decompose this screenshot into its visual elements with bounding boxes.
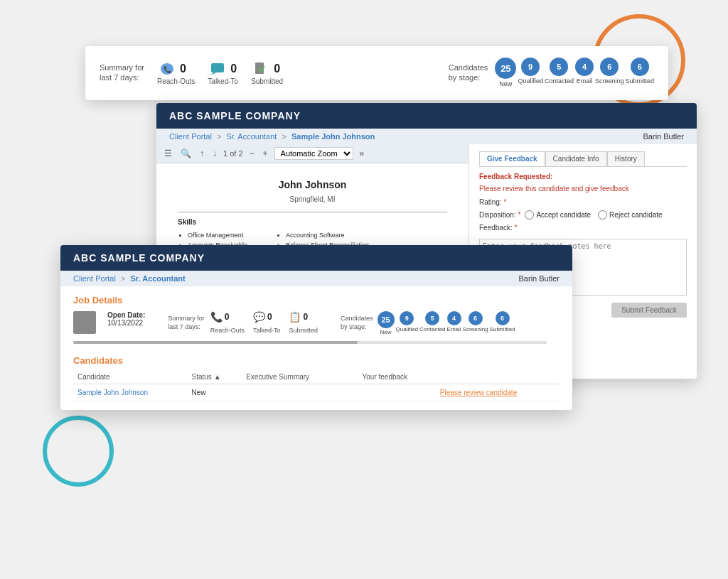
- user-name-front: Barin Butler: [519, 274, 560, 283]
- stat-talked-to: 0 Talked-To: [208, 60, 238, 85]
- zoom-minus-btn[interactable]: −: [247, 148, 257, 159]
- submit-feedback-button[interactable]: Submit Feedback: [611, 303, 687, 318]
- mini-bubble-qualified: 9: [400, 311, 414, 325]
- breadcrumb-front-sr-accountant[interactable]: Sr. Accountant: [130, 274, 185, 283]
- candidate-summary-cell: [242, 384, 346, 401]
- feedback-tabs: Give Feedback Candidate Info History: [479, 151, 687, 167]
- user-name-mid: Barin Butler: [643, 132, 684, 141]
- candidates-section: Candidates Candidate Status ▲ Executive …: [60, 350, 572, 410]
- mini-stat-reach-outs: 📞 0 Reach-Outs: [210, 311, 245, 335]
- tab-history[interactable]: History: [607, 151, 645, 166]
- col-candidate: Candidate: [73, 370, 188, 384]
- col-your-feedback: Your feedback: [358, 370, 436, 384]
- tab-candidate-info[interactable]: Candidate Info: [545, 151, 607, 166]
- mini-bubble-contacted: 5: [425, 311, 439, 325]
- review-link-cell[interactable]: Please review candidate: [436, 384, 560, 401]
- svg-rect-2: [211, 63, 224, 72]
- zoom-plus-btn[interactable]: +: [261, 148, 270, 159]
- bubble-contacted: 5: [550, 58, 568, 76]
- summary-card: Summary for last 7 days: 📞 0 Reach-Outs: [85, 46, 668, 100]
- breadcrumb-current: Sample John Johnson: [291, 132, 375, 141]
- stat-submitted: 0 Submitted: [251, 60, 283, 85]
- mini-stage-bubbles: 25 New 9 Qualified 5 Contacted 4 Email: [378, 311, 515, 335]
- stage-bubbles: 25 New 9 Qualified 5 Contacted 4 Email 6: [495, 58, 654, 87]
- col-executive-summary: Executive Summary: [242, 370, 346, 384]
- accept-candidate-label[interactable]: Accept candidate: [525, 210, 591, 220]
- rating-label: Rating: *: [479, 198, 506, 206]
- stage-screening: 6 Screening: [595, 58, 624, 85]
- candidates-table-body: Sample John Johnson New Please review ca…: [73, 384, 560, 401]
- company-header-mid: ABC SAMPLE COMPANY: [156, 103, 697, 129]
- disposition-label: Disposition: *: [479, 211, 520, 219]
- scrollbar-thumb: [73, 341, 358, 344]
- job-details-card: ABC SAMPLE COMPANY Client Portal > Sr. A…: [60, 245, 572, 410]
- stage-email: 4 Email: [575, 58, 594, 85]
- mini-stage-area: Candidatesby stage: 25 New 9 Qualified 5…: [341, 311, 515, 335]
- feedback-requested-desc: Please review this candidate and give fe…: [479, 185, 687, 193]
- stat-reach-outs: 📞 0 Reach-Outs: [157, 60, 195, 85]
- bubble-qualified: 9: [521, 58, 540, 76]
- resume-skills-title: Skills: [178, 217, 447, 227]
- disposition-row: Disposition: * Accept candidate Reject c…: [479, 210, 687, 220]
- scroll-up-btn[interactable]: ↑: [198, 148, 206, 159]
- rating-row: Rating: *: [479, 198, 687, 206]
- summary-bar: Summary for last 7 days: 📞 0 Reach-Outs: [100, 58, 654, 87]
- job-details-title: Job Details: [73, 295, 560, 305]
- reject-candidate-label[interactable]: Reject candidate: [598, 210, 663, 220]
- mini-submit-icon: 📋: [289, 311, 301, 323]
- chat-icon: [208, 60, 228, 77]
- company-header-front: ABC SAMPLE COMPANY: [60, 245, 572, 271]
- zoom-out-btn[interactable]: 🔍: [178, 148, 193, 159]
- reject-radio[interactable]: [598, 210, 607, 220]
- stage-qualified: 9 Qualified: [518, 58, 543, 85]
- mini-bubble-email: 4: [447, 311, 461, 325]
- svg-marker-3: [211, 72, 216, 75]
- candidate-status-cell: New: [188, 384, 242, 401]
- scrollbar-indicator: [73, 341, 547, 344]
- job-details-section: Job Details Open Date: 10/13/2022 Summar…: [60, 286, 572, 350]
- breadcrumb-sr-accountant[interactable]: Sr. Accountant: [226, 132, 277, 141]
- mini-bubble-new: 25: [378, 311, 395, 328]
- mini-chat-icon: 💬: [253, 311, 265, 323]
- sidebar-toggle-btn[interactable]: ☰: [162, 148, 174, 159]
- decorative-circle-teal: [43, 416, 114, 487]
- tab-give-feedback[interactable]: Give Feedback: [479, 151, 545, 166]
- zoom-select[interactable]: Automatic Zoom: [274, 147, 353, 160]
- breadcrumb-client-portal[interactable]: Client Portal: [169, 132, 212, 141]
- candidates-table-header: Candidate Status ▲ Executive Summary You…: [73, 370, 560, 384]
- candidates-by-stage-label-front: Candidatesby stage:: [341, 315, 373, 331]
- scroll-down-btn[interactable]: ↓: [210, 148, 219, 159]
- disposition-radio-group: Accept candidate Reject candidate: [525, 210, 662, 220]
- candidate-resume-location: Springfield, MI: [178, 194, 447, 205]
- summary-stats: 📞 0 Reach-Outs 0: [157, 60, 283, 85]
- svg-text:📞: 📞: [163, 65, 171, 74]
- summary-for-label: Summary for last 7 days:: [100, 63, 144, 83]
- candidate-resume-name: John Johnson: [178, 178, 447, 193]
- more-btn[interactable]: »: [358, 148, 367, 159]
- feedback-label: Feedback: *: [479, 224, 517, 232]
- mini-summary-stats: Summary forlast 7 days: 📞 0 Reach-Outs 💬…: [168, 311, 318, 335]
- table-row: Sample John Johnson New Please review ca…: [73, 384, 560, 401]
- phone-icon: 📞: [157, 60, 177, 77]
- accept-radio[interactable]: [525, 210, 534, 220]
- stage-label: Candidatesby stage:: [449, 63, 488, 83]
- resume-divider: [178, 212, 447, 212]
- col-status[interactable]: Status ▲: [188, 370, 242, 384]
- breadcrumb-front-client-portal[interactable]: Client Portal: [73, 274, 116, 283]
- bubble-submitted: 6: [631, 58, 649, 76]
- stage-submitted: 6 Submitted: [625, 58, 654, 85]
- mini-stat-talked-to: 💬 0 Talked-To: [253, 311, 281, 335]
- candidates-by-stage: Candidatesby stage: 25 New 9 Qualified 5…: [449, 58, 654, 87]
- stage-contacted: 5 Contacted: [545, 58, 574, 85]
- open-date: Open Date: 10/13/2022: [107, 311, 145, 327]
- candidate-feedback-cell: [358, 384, 436, 401]
- resume-toolbar: ☰ 🔍 ↑ ↓ 1 of 2 − + Automatic Zoom »: [156, 144, 469, 163]
- bubble-email: 4: [575, 58, 594, 76]
- bubble-new: 25: [495, 58, 516, 79]
- feedback-label-row: Feedback: *: [479, 224, 687, 232]
- candidates-title: Candidates: [73, 355, 560, 366]
- candidate-name-cell[interactable]: Sample John Johnson: [73, 384, 188, 401]
- avatar: [73, 311, 96, 334]
- please-review-link[interactable]: Please review candidate: [440, 389, 517, 396]
- bubble-screening: 6: [600, 58, 619, 76]
